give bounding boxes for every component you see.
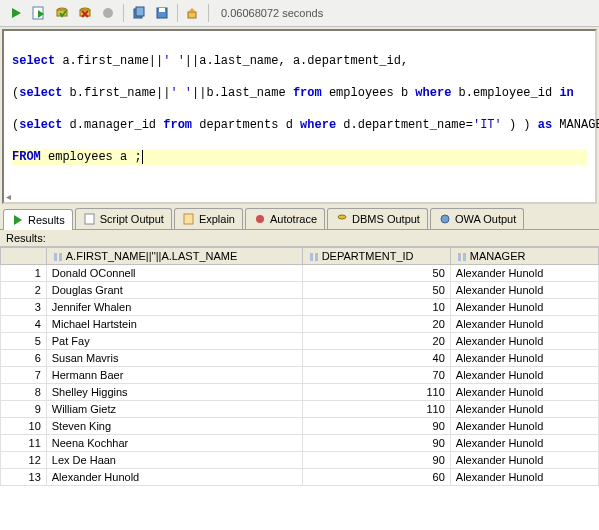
table-row[interactable]: 10Steven King90Alexander Hunold [1, 418, 599, 435]
sql-keyword: where [300, 118, 336, 132]
svg-rect-14 [188, 12, 196, 18]
dept-cell: 90 [302, 418, 450, 435]
results-table: A.FIRST_NAME||''||A.LAST_NAME DEPARTMENT… [0, 247, 599, 486]
dept-cell: 40 [302, 350, 450, 367]
name-cell: Susan Mavris [46, 350, 302, 367]
rownum-cell: 5 [1, 333, 47, 350]
svg-marker-15 [188, 8, 196, 12]
sql-literal: 'IT' [473, 118, 502, 132]
manager-cell: Alexander Hunold [450, 265, 598, 282]
svg-point-20 [338, 215, 346, 219]
name-cell: Jennifer Whalen [46, 299, 302, 316]
tab-label: OWA Output [455, 213, 516, 225]
manager-cell: Alexander Hunold [450, 350, 598, 367]
owa-icon [438, 212, 452, 226]
dept-cell: 50 [302, 265, 450, 282]
name-cell: Michael Hartstein [46, 316, 302, 333]
dept-cell: 60 [302, 469, 450, 486]
table-row[interactable]: 7Hermann Baer70Alexander Hunold [1, 367, 599, 384]
sql-keyword: where [415, 86, 451, 100]
name-cell: Lex De Haan [46, 452, 302, 469]
column-label: DEPARTMENT_ID [322, 250, 414, 262]
save-button[interactable] [151, 3, 173, 23]
svg-marker-16 [14, 215, 22, 225]
column-header-name[interactable]: A.FIRST_NAME||''||A.LAST_NAME [46, 248, 302, 265]
tab-label: Autotrace [270, 213, 317, 225]
dept-cell: 70 [302, 367, 450, 384]
table-row[interactable]: 13Alexander Hunold60Alexander Hunold [1, 469, 599, 486]
table-row[interactable]: 2Douglas Grant50Alexander Hunold [1, 282, 599, 299]
sql-keyword: as [538, 118, 552, 132]
dept-cell: 110 [302, 384, 450, 401]
name-cell: Alexander Hunold [46, 469, 302, 486]
tab-dbms-output[interactable]: DBMS Output [327, 208, 428, 229]
tab-label: Explain [199, 213, 235, 225]
scroll-left-indicator[interactable]: ◂ [6, 191, 11, 202]
separator [177, 4, 178, 22]
svg-marker-0 [12, 8, 21, 18]
tab-explain[interactable]: Explain [174, 208, 243, 229]
sql-keyword: select [12, 54, 55, 68]
name-cell: Pat Fay [46, 333, 302, 350]
separator [208, 4, 209, 22]
column-icon [53, 252, 63, 262]
rollback-button[interactable] [74, 3, 96, 23]
rownum-cell: 7 [1, 367, 47, 384]
rownum-header[interactable] [1, 248, 47, 265]
autotrace-icon [253, 212, 267, 226]
run-script-button[interactable] [28, 3, 50, 23]
output-tabs: Results Script Output Explain Autotrace … [0, 206, 599, 230]
column-header-manager[interactable]: MANAGER [450, 248, 598, 265]
svg-rect-27 [463, 253, 466, 261]
tab-script-output[interactable]: Script Output [75, 208, 172, 229]
manager-cell: Alexander Hunold [450, 401, 598, 418]
cancel-button[interactable] [97, 3, 119, 23]
table-row[interactable]: 5Pat Fay20Alexander Hunold [1, 333, 599, 350]
column-header-dept[interactable]: DEPARTMENT_ID [302, 248, 450, 265]
dept-cell: 90 [302, 452, 450, 469]
text-cursor [142, 150, 150, 164]
dept-cell: 20 [302, 316, 450, 333]
sql-text: departments d [192, 118, 300, 132]
rownum-cell: 13 [1, 469, 47, 486]
execution-time-label: 0.06068072 seconds [221, 7, 323, 19]
sql-text: d.department_name= [336, 118, 473, 132]
results-grid[interactable]: A.FIRST_NAME||''||A.LAST_NAME DEPARTMENT… [0, 246, 599, 530]
sql-text: b.employee_id [451, 86, 559, 100]
table-row[interactable]: 9William Gietz110Alexander Hunold [1, 401, 599, 418]
table-row[interactable]: 11Neena Kochhar90Alexander Hunold [1, 435, 599, 452]
name-cell: Steven King [46, 418, 302, 435]
name-cell: Donald OConnell [46, 265, 302, 282]
tab-label: Script Output [100, 213, 164, 225]
main-toolbar: 0.06068072 seconds [0, 0, 599, 27]
column-label: MANAGER [470, 250, 526, 262]
dept-cell: 20 [302, 333, 450, 350]
table-row[interactable]: 6Susan Mavris40Alexander Hunold [1, 350, 599, 367]
tab-results[interactable]: Results [3, 209, 73, 230]
run-button[interactable] [5, 3, 27, 23]
table-row[interactable]: 1Donald OConnell50Alexander Hunold [1, 265, 599, 282]
sql-text: a.first_name|| [55, 54, 163, 68]
rownum-cell: 6 [1, 350, 47, 367]
table-row[interactable]: 4Michael Hartstein20Alexander Hunold [1, 316, 599, 333]
table-row[interactable]: 8Shelley Higgins110Alexander Hunold [1, 384, 599, 401]
sql-text: ) ) [502, 118, 538, 132]
name-cell: Douglas Grant [46, 282, 302, 299]
sql-keyword: from [293, 86, 322, 100]
table-row[interactable]: 3Jennifer Whalen10Alexander Hunold [1, 299, 599, 316]
name-cell: Neena Kochhar [46, 435, 302, 452]
results-icon [11, 213, 25, 227]
rownum-cell: 1 [1, 265, 47, 282]
clear-button[interactable] [182, 3, 204, 23]
sql-text: b.first_name|| [62, 86, 170, 100]
tab-owa-output[interactable]: OWA Output [430, 208, 524, 229]
script-icon [83, 212, 97, 226]
commit-button[interactable] [51, 3, 73, 23]
sql-keyword: in [559, 86, 573, 100]
table-row[interactable]: 12Lex De Haan90Alexander Hunold [1, 452, 599, 469]
sql-editor[interactable]: select a.first_name||' '||a.last_name, a… [2, 29, 597, 204]
tab-autotrace[interactable]: Autotrace [245, 208, 325, 229]
sql-keyword: FROM [12, 150, 41, 164]
svg-rect-18 [184, 214, 193, 224]
export-button[interactable] [128, 3, 150, 23]
